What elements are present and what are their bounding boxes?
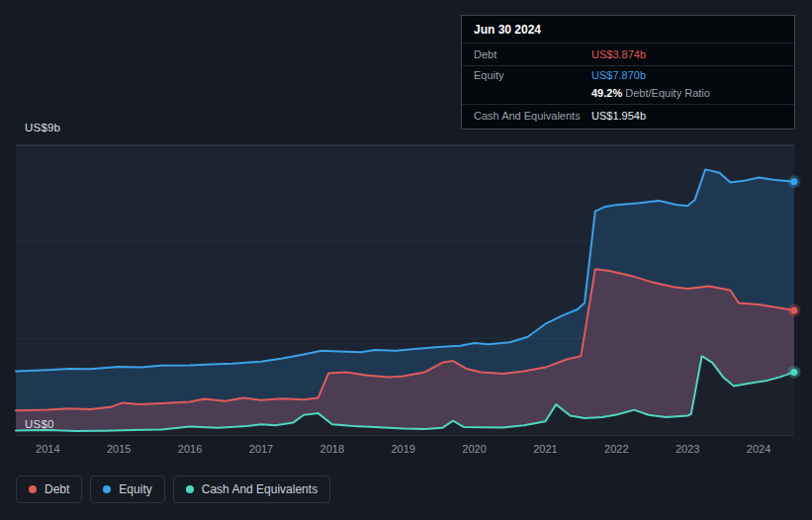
debt-dot-icon bbox=[29, 485, 37, 493]
tooltip-equity-value: US$7.870b bbox=[591, 69, 646, 81]
x-axis-label: 2018 bbox=[320, 443, 344, 455]
tooltip-cash-row: Cash And Equivalents US$1.954b bbox=[462, 105, 794, 129]
endpoint-marker bbox=[791, 369, 798, 376]
y-axis-label-max: US$9b bbox=[25, 122, 60, 133]
tooltip-ratio-row: 49.2% Debt/Equity Ratio bbox=[462, 84, 794, 105]
debt-equity-history-chart: US$9b US$0 20142015201620172018201920202… bbox=[0, 0, 812, 520]
tooltip-ratio-label: Debt/Equity Ratio bbox=[625, 87, 710, 99]
tooltip-cash-label: Cash And Equivalents bbox=[474, 110, 591, 122]
endpoint-marker bbox=[791, 306, 798, 313]
y-axis-label-zero: US$0 bbox=[25, 418, 54, 430]
tooltip: Jun 30 2024 Debt US$3.874b Equity US$7.8… bbox=[461, 15, 795, 130]
legend-label-debt: Debt bbox=[45, 482, 69, 496]
tooltip-equity-row: Equity US$7.870b bbox=[462, 66, 794, 84]
x-axis-label: 2017 bbox=[249, 443, 273, 455]
x-axis-label: 2016 bbox=[178, 443, 202, 455]
legend-chip-cash[interactable]: Cash And Equivalents bbox=[173, 476, 330, 503]
x-axis-label: 2014 bbox=[36, 443, 59, 455]
legend: Debt Equity Cash And Equivalents bbox=[16, 476, 330, 503]
x-axis-label: 2019 bbox=[391, 443, 414, 455]
tooltip-debt-value: US$3.874b bbox=[591, 48, 646, 60]
tooltip-cash-value: US$1.954b bbox=[591, 110, 646, 122]
tooltip-debt-label: Debt bbox=[474, 48, 591, 60]
tooltip-debt-row: Debt US$3.874b bbox=[462, 43, 794, 66]
legend-chip-debt[interactable]: Debt bbox=[16, 476, 82, 503]
x-axis-label: 2020 bbox=[462, 443, 486, 455]
legend-chip-equity[interactable]: Equity bbox=[90, 476, 164, 503]
tooltip-date: Jun 30 2024 bbox=[462, 16, 794, 43]
tooltip-ratio-value: 49.2% bbox=[591, 87, 622, 99]
x-axis-label: 2015 bbox=[107, 443, 131, 455]
x-axis-label: 2023 bbox=[676, 443, 699, 455]
legend-label-cash: Cash And Equivalents bbox=[202, 482, 317, 496]
x-axis: 2014201520162017201820192020202120222023… bbox=[0, 443, 812, 457]
x-axis-label: 2022 bbox=[604, 443, 628, 455]
legend-label-equity: Equity bbox=[119, 482, 151, 496]
endpoint-marker bbox=[791, 178, 798, 185]
x-axis-label: 2021 bbox=[533, 443, 557, 455]
x-axis-label: 2024 bbox=[747, 443, 770, 455]
equity-dot-icon bbox=[103, 485, 111, 493]
cash-dot-icon bbox=[186, 485, 194, 493]
tooltip-equity-label: Equity bbox=[474, 69, 591, 81]
